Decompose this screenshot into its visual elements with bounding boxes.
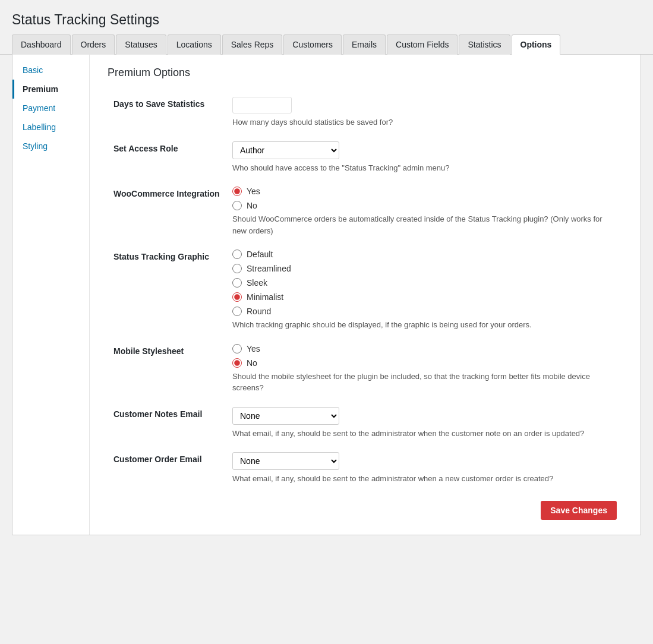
graphic-streamlined-radio[interactable]: [232, 264, 242, 273]
woocommerce-yes-text: Yes: [247, 187, 260, 196]
mobile-yes-text: Yes: [247, 344, 260, 353]
mobile-no-radio[interactable]: [232, 358, 242, 368]
mobile-no-label[interactable]: No: [232, 358, 617, 368]
hint-access-role: Who should have access to the "Status Tr…: [232, 162, 617, 174]
main-content: Premium Options Days to Save Statistics …: [90, 55, 641, 535]
tab-orders[interactable]: Orders: [72, 34, 115, 55]
woocommerce-radio-group: Yes No: [232, 187, 617, 210]
save-button-row: Save Changes: [108, 492, 623, 523]
tab-statuses[interactable]: Statuses: [116, 34, 166, 55]
label-days-to-save: Days to Save Statistics: [108, 91, 226, 135]
graphic-default-label[interactable]: Default: [232, 250, 617, 259]
row-access-role: Set Access Role Author Editor Administra…: [108, 135, 623, 181]
graphic-default-radio[interactable]: [232, 250, 242, 259]
graphic-round-radio[interactable]: [232, 307, 242, 316]
sidebar-item-payment[interactable]: Payment: [12, 99, 89, 118]
hint-graphic: Which tracking graphic should be display…: [232, 319, 617, 331]
graphic-radio-group: Default Streamlined Sleek: [232, 250, 617, 316]
field-access-role: Author Editor Administrator Shop Manager…: [226, 135, 623, 181]
page-title: Status Tracking Settings: [0, 0, 653, 34]
label-mobile: Mobile Stylesheet: [108, 338, 226, 401]
tabs-bar: Dashboard Orders Statuses Locations Sale…: [0, 34, 653, 55]
days-to-save-input[interactable]: [232, 97, 292, 113]
hint-woocommerce: Should WooCommerce orders be automatical…: [232, 213, 617, 236]
tab-customers[interactable]: Customers: [283, 34, 342, 55]
row-days-to-save: Days to Save Statistics How many days sh…: [108, 91, 623, 135]
content-wrapper: Basic Premium Payment Labelling Styling …: [12, 55, 641, 535]
row-woocommerce: WooCommerce Integration Yes No: [108, 181, 623, 244]
graphic-sleek-text: Sleek: [247, 278, 267, 288]
sidebar-item-premium[interactable]: Premium: [12, 80, 89, 99]
graphic-default-text: Default: [247, 250, 273, 259]
mobile-no-text: No: [247, 358, 257, 368]
form-table: Days to Save Statistics How many days sh…: [108, 91, 623, 492]
order-email-select[interactable]: None: [232, 452, 339, 470]
woocommerce-no-radio[interactable]: [232, 201, 242, 210]
field-days-to-save: How many days should statistics be saved…: [226, 91, 623, 135]
tab-sales-reps[interactable]: Sales Reps: [222, 34, 283, 55]
mobile-radio-group: Yes No: [232, 344, 617, 368]
graphic-sleek-label[interactable]: Sleek: [232, 278, 617, 288]
woocommerce-no-text: No: [247, 201, 257, 210]
field-notes-email: None What email, if any, should be sent …: [226, 401, 623, 447]
sidebar-item-basic[interactable]: Basic: [12, 61, 89, 80]
graphic-round-label[interactable]: Round: [232, 307, 617, 316]
row-mobile: Mobile Stylesheet Yes No: [108, 338, 623, 401]
graphic-streamlined-label[interactable]: Streamlined: [232, 264, 617, 273]
tab-statistics[interactable]: Statistics: [459, 34, 510, 55]
sidebar: Basic Premium Payment Labelling Styling: [12, 55, 90, 535]
sidebar-item-styling[interactable]: Styling: [12, 137, 89, 156]
row-notes-email: Customer Notes Email None What email, if…: [108, 401, 623, 447]
row-graphic: Status Tracking Graphic Default Streamli…: [108, 244, 623, 338]
graphic-minimalist-text: Minimalist: [247, 292, 283, 302]
graphic-minimalist-label[interactable]: Minimalist: [232, 292, 617, 302]
hint-days-to-save: How many days should statistics be saved…: [232, 116, 617, 128]
tab-dashboard[interactable]: Dashboard: [12, 34, 71, 55]
woocommerce-yes-label[interactable]: Yes: [232, 187, 617, 196]
graphic-sleek-radio[interactable]: [232, 278, 242, 288]
graphic-round-text: Round: [247, 307, 271, 316]
field-mobile: Yes No Should the mobile stylesheet for …: [226, 338, 623, 401]
hint-order-email: What email, if any, should be sent to th…: [232, 473, 617, 485]
field-order-email: None What email, if any, should be sent …: [226, 446, 623, 492]
field-graphic: Default Streamlined Sleek: [226, 244, 623, 338]
label-graphic: Status Tracking Graphic: [108, 244, 226, 338]
label-order-email: Customer Order Email: [108, 446, 226, 492]
hint-mobile: Should the mobile stylesheet for the plu…: [232, 371, 617, 394]
label-woocommerce: WooCommerce Integration: [108, 181, 226, 244]
tab-custom-fields[interactable]: Custom Fields: [387, 34, 458, 55]
notes-email-select[interactable]: None: [232, 407, 339, 425]
label-access-role: Set Access Role: [108, 135, 226, 181]
label-notes-email: Customer Notes Email: [108, 401, 226, 447]
graphic-streamlined-text: Streamlined: [247, 264, 291, 273]
tab-emails[interactable]: Emails: [343, 34, 386, 55]
section-title: Premium Options: [108, 67, 623, 79]
save-button[interactable]: Save Changes: [541, 501, 617, 520]
graphic-minimalist-radio[interactable]: [232, 292, 242, 302]
mobile-yes-radio[interactable]: [232, 344, 242, 353]
access-role-select[interactable]: Author Editor Administrator Shop Manager: [232, 141, 339, 159]
hint-notes-email: What email, if any, should be sent to th…: [232, 428, 617, 440]
mobile-yes-label[interactable]: Yes: [232, 344, 617, 353]
woocommerce-no-label[interactable]: No: [232, 201, 617, 210]
woocommerce-yes-radio[interactable]: [232, 187, 242, 196]
tab-locations[interactable]: Locations: [168, 34, 221, 55]
field-woocommerce: Yes No Should WooCommerce orders be auto…: [226, 181, 623, 244]
tab-options[interactable]: Options: [512, 34, 561, 55]
sidebar-item-labelling[interactable]: Labelling: [12, 118, 89, 137]
row-order-email: Customer Order Email None What email, if…: [108, 446, 623, 492]
